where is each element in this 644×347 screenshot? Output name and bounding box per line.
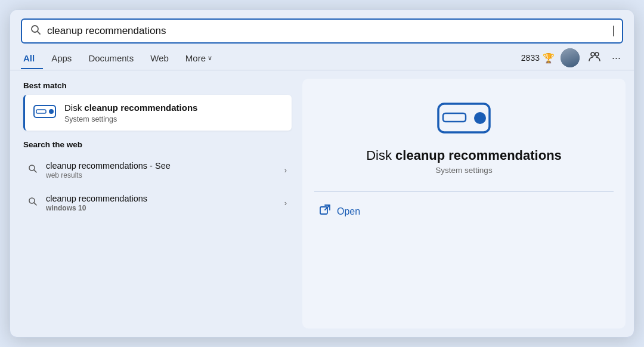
svg-point-2 bbox=[591, 52, 595, 56]
avatar[interactable] bbox=[561, 48, 580, 67]
web-result-sub-1: web results bbox=[46, 171, 276, 179]
more-options-button[interactable]: ··· bbox=[609, 51, 623, 66]
web-result-item-1[interactable]: cleanup recommendations - See web result… bbox=[23, 155, 292, 185]
svg-rect-13 bbox=[443, 113, 466, 122]
web-result-main-1: cleanup recommendations - See bbox=[46, 161, 276, 171]
web-result-text-2: cleanup recommendations windows 10 bbox=[46, 194, 276, 212]
search-bar[interactable]: cleanup recommendations bbox=[21, 18, 623, 44]
chevron-down-icon: ∨ bbox=[208, 54, 212, 62]
text-cursor bbox=[613, 26, 614, 36]
chevron-right-icon-1: › bbox=[284, 166, 287, 175]
score-badge: 2833 🏆 bbox=[521, 52, 555, 64]
best-match-title: Disk cleanup recommendations bbox=[64, 102, 197, 114]
search-bar-row: cleanup recommendations bbox=[10, 10, 634, 44]
web-result-text-1: cleanup recommendations - See web result… bbox=[46, 161, 276, 179]
trophy-icon: 🏆 bbox=[543, 52, 555, 64]
right-app-subtitle: System settings bbox=[435, 166, 492, 175]
best-match-item[interactable]: Disk cleanup recommendations System sett… bbox=[23, 95, 292, 131]
web-result-item-2[interactable]: cleanup recommendations windows 10 › bbox=[23, 188, 292, 218]
web-result-sub-2: windows 10 bbox=[46, 204, 276, 212]
svg-point-5 bbox=[49, 109, 54, 114]
people-icon[interactable] bbox=[586, 49, 603, 67]
search-window: cleanup recommendations All Apps Documen… bbox=[10, 10, 634, 337]
web-search-icon-1 bbox=[28, 164, 38, 176]
web-result-main-2: cleanup recommendations bbox=[46, 194, 276, 203]
svg-line-1 bbox=[38, 32, 40, 34]
right-app-icon bbox=[437, 103, 491, 136]
score-value: 2833 bbox=[521, 53, 540, 63]
svg-point-12 bbox=[474, 112, 486, 124]
svg-point-3 bbox=[595, 52, 599, 56]
disk-cleanup-icon bbox=[33, 105, 56, 120]
main-content: Best match Disk cleanup recommendations … bbox=[10, 70, 634, 337]
svg-line-8 bbox=[34, 170, 36, 172]
svg-line-10 bbox=[34, 203, 36, 205]
left-panel: Best match Disk cleanup recommendations … bbox=[10, 70, 302, 337]
tab-web[interactable]: Web bbox=[142, 49, 177, 69]
external-link-icon bbox=[319, 204, 331, 219]
tab-apps[interactable]: Apps bbox=[43, 49, 80, 69]
web-search-label: Search the web bbox=[23, 140, 292, 149]
right-divider bbox=[314, 191, 614, 192]
tabs-row: All Apps Documents Web More ∨ 2833 🏆 bbox=[10, 44, 634, 70]
open-label: Open bbox=[337, 206, 360, 217]
web-search-icon-2 bbox=[28, 197, 38, 209]
best-match-label: Best match bbox=[23, 81, 292, 90]
tab-all[interactable]: All bbox=[21, 49, 43, 69]
best-match-text: Disk cleanup recommendations System sett… bbox=[64, 102, 197, 123]
right-panel: Disk cleanup recommendations System sett… bbox=[302, 79, 626, 329]
search-input[interactable]: cleanup recommendations bbox=[47, 25, 606, 37]
right-app-title: Disk cleanup recommendations bbox=[366, 148, 562, 163]
svg-rect-6 bbox=[36, 110, 46, 113]
best-match-subtitle: System settings bbox=[64, 115, 197, 123]
chevron-right-icon-2: › bbox=[284, 199, 287, 207]
tab-documents[interactable]: Documents bbox=[80, 49, 142, 69]
tab-more[interactable]: More ∨ bbox=[177, 49, 221, 69]
open-button[interactable]: Open bbox=[314, 202, 614, 221]
search-icon bbox=[30, 24, 41, 38]
header-actions: 2833 🏆 ··· bbox=[521, 48, 623, 70]
